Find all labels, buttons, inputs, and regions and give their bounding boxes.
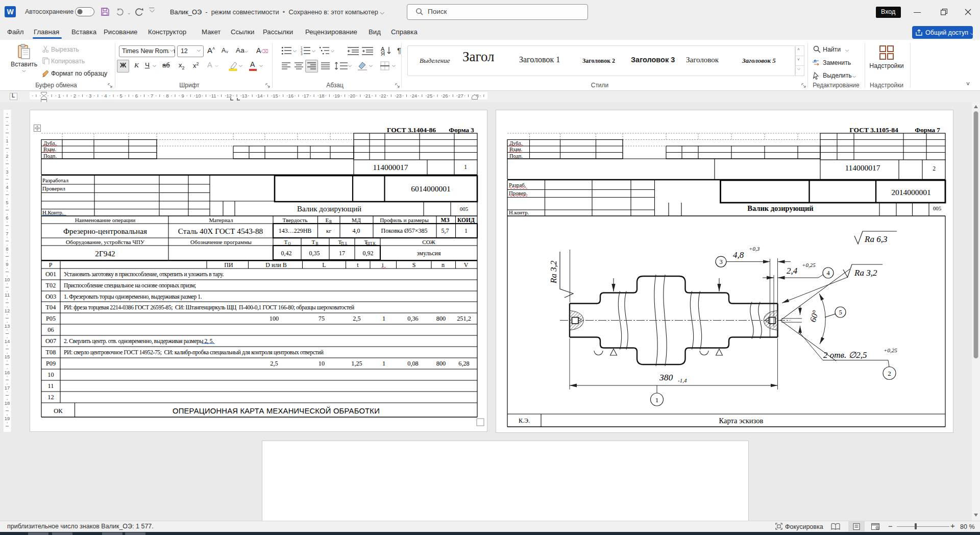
svg-text:60°: 60° [808, 309, 821, 323]
svg-text:114000017: 114000017 [845, 163, 880, 172]
svg-text:Провер.: Провер. [509, 190, 528, 196]
svg-text:3: 3 [719, 258, 722, 265]
svg-text:2 отв. ∅2,5: 2 отв. ∅2,5 [823, 350, 867, 360]
svg-text:Карта эскизов: Карта эскизов [719, 417, 764, 425]
svg-text:+0,25: +0,25 [802, 262, 816, 268]
svg-text:Форма 7: Форма 7 [915, 126, 940, 134]
svg-text:5: 5 [839, 309, 842, 316]
svg-text:005: 005 [933, 205, 942, 211]
svg-text:ГОСТ 3.1105-84: ГОСТ 3.1105-84 [849, 126, 898, 134]
svg-text:Ra 6,3: Ra 6,3 [864, 234, 887, 244]
svg-text:-1,4: -1,4 [678, 377, 687, 383]
svg-text:Ra 3,2: Ra 3,2 [549, 260, 558, 284]
svg-text:2014000001: 2014000001 [891, 188, 931, 197]
svg-text:2: 2 [888, 370, 891, 377]
svg-text:Взам.: Взам. [509, 147, 522, 152]
svg-text:К.Э.: К.Э. [519, 417, 530, 424]
svg-text:Ra 3,2: Ra 3,2 [854, 268, 877, 278]
svg-text:2: 2 [933, 165, 936, 172]
svg-text:+0,3: +0,3 [749, 246, 760, 252]
svg-text:4: 4 [826, 270, 830, 277]
svg-text:Н.контр.: Н.контр. [509, 209, 529, 215]
svg-text:2,4: 2,4 [787, 266, 798, 276]
svg-text:Валик дозирующий: Валик дозирующий [747, 204, 813, 212]
svg-text:1: 1 [655, 396, 659, 404]
svg-text:+0,25: +0,25 [884, 347, 897, 353]
svg-text:4,8: 4,8 [733, 250, 744, 260]
svg-text:Дубл.: Дубл. [509, 140, 522, 146]
svg-text:380: 380 [659, 372, 673, 382]
svg-text:Разраб.: Разраб. [509, 182, 526, 188]
svg-text:Подп.: Подп. [509, 153, 523, 159]
